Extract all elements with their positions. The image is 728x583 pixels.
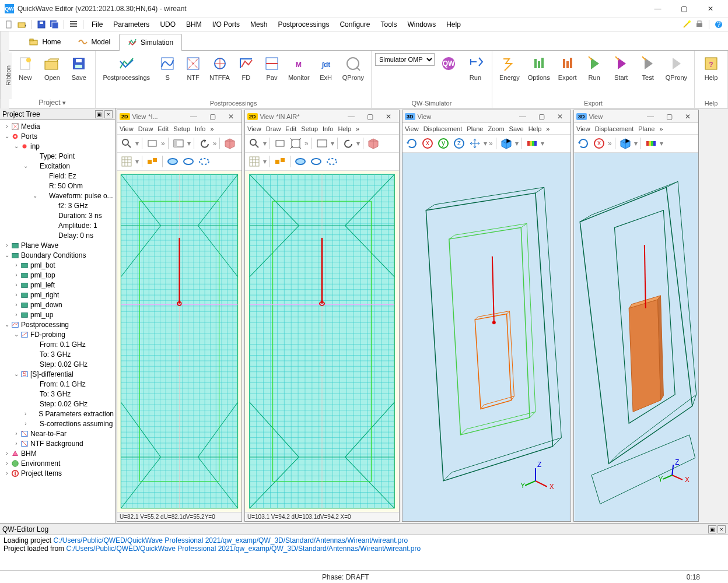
save-all-icon[interactable] (50, 20, 59, 29)
fd-button[interactable]: FD (233, 53, 259, 82)
panel-icon[interactable] (315, 136, 329, 150)
tree-node[interactable]: From: 0.1 GHz (1, 339, 114, 349)
view-menu-draw[interactable]: Draw (266, 125, 281, 132)
view-min-button[interactable]: — (514, 113, 531, 121)
tree-node[interactable]: ›NTF Background (1, 438, 114, 448)
rect-icon[interactable] (273, 136, 287, 150)
cube3d-icon[interactable] (618, 136, 632, 150)
view-menu-edit[interactable]: Edit (285, 125, 296, 132)
ntffa-button[interactable]: NTFFA (206, 53, 233, 82)
rotate-icon[interactable] (405, 136, 419, 150)
test-button[interactable]: Test (635, 53, 661, 82)
view-max-button[interactable]: ▢ (362, 113, 378, 121)
save-icon[interactable] (37, 20, 46, 29)
ribbon-tab-model[interactable]: Model (69, 33, 119, 50)
rotate-icon[interactable] (576, 136, 590, 150)
ellipse2-icon[interactable] (181, 154, 195, 168)
tree-node[interactable]: ⌄S[S]-differential (1, 369, 114, 379)
ellipse1-icon[interactable] (293, 154, 307, 168)
menu-file[interactable]: File (87, 19, 107, 30)
tree-node[interactable]: ›S Parameters extraction (1, 409, 114, 419)
tree-node[interactable]: ›Project Items (1, 468, 114, 478)
tree-node[interactable]: Duration: 3 ns (1, 210, 114, 220)
tree-node[interactable]: ⌄FD-probing (1, 329, 114, 339)
tree-node[interactable]: ›Environment (1, 458, 114, 468)
view-titlebar[interactable]: 2DView*I...—▢✕ (117, 110, 242, 123)
zoom-icon[interactable] (247, 136, 261, 150)
y-axis-icon[interactable]: y (436, 136, 450, 150)
ribbon-vertical-label[interactable]: Ribbon (0, 52, 12, 99)
fit-icon[interactable] (289, 136, 303, 150)
menu-udo[interactable]: UDO (155, 19, 180, 30)
tree-node[interactable]: ›pml_down (1, 300, 114, 310)
qprony-button[interactable]: QProny (339, 53, 368, 82)
qprony-button[interactable]: QProny (662, 53, 691, 82)
qw-icon-button[interactable]: QW (436, 53, 461, 82)
palette-icon[interactable] (525, 136, 539, 150)
start-button[interactable]: Start (608, 53, 634, 82)
run-button[interactable]: Run (463, 53, 488, 82)
view-menu-zoom[interactable]: Zoom (488, 125, 504, 132)
log-float-button[interactable]: ▣ (708, 525, 716, 533)
help-button[interactable]: ? Help (698, 53, 724, 82)
view-menu-view[interactable]: View (405, 125, 419, 132)
help-icon[interactable]: ? (714, 20, 723, 29)
tree-node[interactable]: To: 3 GHz (1, 389, 114, 399)
ellipse1-icon[interactable] (166, 154, 180, 168)
view-menu-more[interactable]: » (659, 125, 663, 132)
shapes-icon[interactable] (273, 154, 287, 168)
ribbon-tab-simulation[interactable]: Simulation (119, 34, 182, 51)
new-button[interactable]: New (12, 53, 38, 82)
view-canvas[interactable] (245, 171, 399, 512)
ntf-button[interactable]: NTF (180, 53, 206, 82)
menu-bhm[interactable]: BHM (181, 19, 206, 30)
cube-icon[interactable] (366, 136, 380, 150)
tree-node[interactable]: ⌄inp (1, 141, 114, 151)
cube-icon[interactable] (223, 136, 237, 150)
view-menu-setup[interactable]: Setup (301, 125, 318, 132)
x-axis-icon[interactable]: x (421, 136, 435, 150)
view-close-button[interactable]: ✕ (380, 113, 397, 121)
menu-configure[interactable]: Configure (335, 19, 374, 30)
exh-button[interactable]: ∫dtExH (313, 53, 339, 82)
print-icon[interactable] (695, 20, 704, 29)
view-close-button[interactable]: ✕ (680, 113, 696, 121)
menu-mesh[interactable]: Mesh (246, 19, 272, 30)
pav-button[interactable]: Pav (259, 53, 285, 82)
tree-node[interactable]: Type: Point (1, 151, 114, 161)
tree-node[interactable]: ›pml_up (1, 310, 114, 319)
view-max-button[interactable]: ▢ (661, 113, 677, 121)
minimize-button[interactable]: — (645, 0, 671, 17)
view-menu-more[interactable]: » (210, 125, 214, 132)
wand-icon[interactable] (682, 20, 691, 29)
s-button[interactable]: S (155, 53, 180, 82)
save-button[interactable]: Save (66, 53, 92, 82)
view-min-button[interactable]: — (642, 113, 659, 121)
menu-tools[interactable]: Tools (376, 19, 401, 30)
view-titlebar[interactable]: 2DView*IN AIR*—▢✕ (245, 110, 399, 123)
view-menu-info[interactable]: Info (195, 125, 205, 132)
menu-parameters[interactable]: Parameters (108, 19, 154, 30)
tree-node[interactable]: Field: Ez (1, 171, 114, 181)
view-titlebar[interactable]: 3DView—▢✕ (574, 110, 698, 123)
view-menu-more[interactable]: » (546, 125, 550, 132)
move-icon[interactable] (468, 136, 482, 150)
view-min-button[interactable]: — (343, 113, 359, 121)
tree-node[interactable]: Step: 0.02 GHz (1, 359, 114, 369)
zoom-icon[interactable] (120, 136, 134, 150)
menu-windows[interactable]: Windows (403, 19, 441, 30)
view-close-button[interactable]: ✕ (552, 113, 568, 121)
panel-icon[interactable] (172, 136, 186, 150)
postprocessings-button[interactable]: Postprocessings (99, 53, 153, 82)
close-button[interactable]: ✕ (697, 0, 723, 17)
ellipse3-icon[interactable] (325, 154, 339, 168)
view-menu-plane[interactable]: Plane (467, 125, 483, 132)
view-close-button[interactable]: ✕ (223, 113, 239, 121)
view-menu-draw[interactable]: Draw (138, 125, 153, 132)
palette-icon[interactable] (644, 136, 658, 150)
ribbon-tab-home[interactable]: Home (20, 33, 69, 50)
view-menu-more[interactable]: » (356, 125, 359, 132)
log-close-button[interactable]: × (718, 525, 726, 533)
tree-node[interactable]: ›pml_right (1, 290, 114, 300)
menu-ioports[interactable]: I/O Ports (208, 19, 244, 30)
